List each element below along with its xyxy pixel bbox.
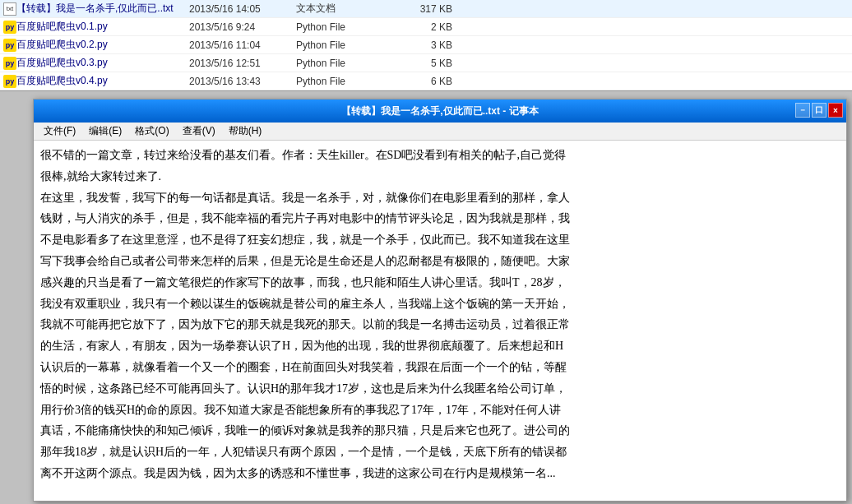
notepad-content: 很不错的一篇文章，转过来给没看的基友们看。作者：天生killer。在SD吧没看到… bbox=[34, 141, 846, 501]
content-line: 钱财，与人消灾的杀手，但是，我不能幸福的看完片子再对电影中的情节评头论足，因为我… bbox=[40, 209, 840, 229]
menu-format[interactable]: 格式(O) bbox=[128, 123, 175, 140]
file-type: Python File bbox=[296, 21, 395, 33]
python-file-icon: py bbox=[3, 21, 16, 34]
file-name: 百度贴吧爬虫v0.3.py bbox=[16, 56, 189, 70]
file-size: 5 KB bbox=[395, 58, 461, 69]
content-line: 很不错的一篇文章，转过来给没看的基友们看。作者：天生killer。在SD吧没看到… bbox=[40, 146, 840, 165]
file-size: 3 KB bbox=[395, 39, 461, 51]
file-type: 文本文档 bbox=[296, 2, 395, 16]
menu-edit[interactable]: 编辑(E) bbox=[82, 123, 128, 140]
notepad-titlebar: 【转载】我是一名杀手,仅此而已..txt - 记事本 － 口 × bbox=[34, 99, 846, 123]
file-type: Python File bbox=[296, 76, 395, 87]
python-file-icon: py bbox=[3, 75, 16, 88]
notepad-menubar: 文件(F) 编辑(E) 格式(O) 查看(V) 帮助(H) bbox=[34, 123, 846, 141]
txt-file-icon: txt bbox=[3, 2, 16, 16]
content-line: 很棒,就给大家转过来了. bbox=[40, 167, 840, 187]
content-line: 那年我18岁，就是认识H后的一年，人犯错误只有两个原因，一个是情，一个是钱，天底… bbox=[40, 442, 840, 462]
file-size: 2 KB bbox=[395, 21, 461, 33]
file-size: 317 KB bbox=[395, 3, 461, 15]
file-row[interactable]: py百度贴吧爬虫v0.2.py2013/5/16 11:04Python Fil… bbox=[0, 36, 852, 54]
menu-help[interactable]: 帮助(H) bbox=[222, 123, 269, 140]
content-line: 写下我事会给自己或者公司带来怎样的后果，但是无论是生命还是人的忍耐都是有极限的，… bbox=[40, 252, 840, 271]
titlebar-buttons: － 口 × bbox=[795, 103, 843, 118]
file-row[interactable]: py百度贴吧爬虫v0.3.py2013/5/16 12:51Python Fil… bbox=[0, 54, 852, 72]
file-type: Python File bbox=[296, 39, 395, 51]
file-size: 6 KB bbox=[395, 76, 461, 87]
content-line: 的生活，有家人，有朋友，因为一场拳赛认识了H，因为他的出现，我的世界彻底颠覆了。… bbox=[40, 336, 840, 356]
file-date: 2013/5/16 11:04 bbox=[189, 39, 296, 51]
file-row[interactable]: txt【转载】我是一名杀手,仅此而已..txt2013/5/16 14:05文本… bbox=[0, 0, 852, 18]
file-type: Python File bbox=[296, 58, 395, 69]
close-button[interactable]: × bbox=[828, 103, 843, 118]
menu-file[interactable]: 文件(F) bbox=[37, 123, 82, 140]
notepad-window: 【转载】我是一名杀手,仅此而已..txt - 记事本 － 口 × 文件(F) 编… bbox=[33, 99, 847, 502]
file-date: 2013/5/16 13:43 bbox=[189, 76, 296, 87]
python-file-icon: py bbox=[3, 39, 16, 52]
menu-view[interactable]: 查看(V) bbox=[176, 123, 222, 140]
content-line: 用行价3倍的钱买H的命的原因。我不知道大家是否能想象所有的事我忍了17年，17年… bbox=[40, 400, 840, 420]
python-file-icon: py bbox=[3, 57, 16, 70]
file-explorer: txt【转载】我是一名杀手,仅此而已..txt2013/5/16 14:05文本… bbox=[0, 0, 852, 91]
content-line: 离不开这两个源点。我是因为钱，因为太多的诱惑和不懂世事，我进的这家公司在行内是规… bbox=[40, 464, 840, 483]
content-line: 我没有双重职业，我只有一个赖以谋生的饭碗就是替公司的雇主杀人，当我端上这个饭碗的… bbox=[40, 294, 840, 314]
content-line: 在这里，我发誓，我写下的每一句话都是真话。我是一名杀手，对，就像你们在电影里看到… bbox=[40, 188, 840, 208]
file-name: 百度贴吧爬虫v0.4.py bbox=[16, 74, 189, 88]
minimize-button[interactable]: － bbox=[795, 103, 810, 118]
notepad-title: 【转载】我是一名杀手,仅此而已..txt - 记事本 bbox=[40, 104, 840, 118]
content-line: 不是电影看多了在这里意淫，也不是得了狂妄幻想症，我，就是一个杀手，仅此而已。我不… bbox=[40, 230, 840, 250]
content-line: 感兴趣的只当是看了一篇文笔很烂的作家写下的故事，而我，也只能和陌生人讲心里话。我… bbox=[40, 273, 840, 293]
file-date: 2013/5/16 9:24 bbox=[189, 21, 296, 33]
content-line: 我就不可能再把它放下了，因为放下它的那天就是我死的那天。以前的我是一名搏击运动员… bbox=[40, 315, 840, 335]
content-line: 认识后的一幕幕，就像看着一个又一个的圈套，H在前面回头对我笑着，我跟在后面一个一… bbox=[40, 358, 840, 377]
file-row[interactable]: py百度贴吧爬虫v0.4.py2013/5/16 13:43Python Fil… bbox=[0, 72, 852, 90]
content-line: 真话，不能痛痛快快的和知己倾诉，我唯一的倾诉对象就是我养的那只猫，只是后来它也死… bbox=[40, 421, 840, 441]
file-date: 2013/5/16 14:05 bbox=[189, 3, 296, 15]
file-name: 百度贴吧爬虫v0.2.py bbox=[16, 38, 189, 52]
file-row[interactable]: py百度贴吧爬虫v0.1.py2013/5/16 9:24Python File… bbox=[0, 18, 852, 36]
file-date: 2013/5/16 12:51 bbox=[189, 58, 296, 69]
file-name: 百度贴吧爬虫v0.1.py bbox=[16, 20, 189, 34]
file-name: 【转载】我是一名杀手,仅此而已..txt bbox=[16, 2, 189, 16]
restore-button[interactable]: 口 bbox=[812, 103, 827, 118]
content-line: 悟的时候，这条路已经不可能再回头了。认识H的那年我才17岁，这也是后来为什么我匿… bbox=[40, 379, 840, 399]
